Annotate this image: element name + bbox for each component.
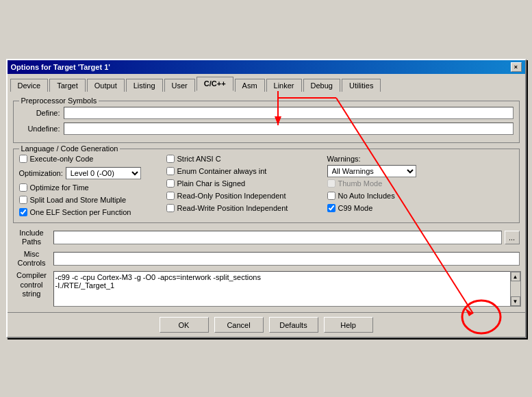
execute-only-label: Execute-only Code [30, 155, 94, 163]
no-auto-includes-label: No Auto Includes [338, 192, 395, 200]
help-button[interactable]: Help [324, 317, 373, 333]
one-elf-label: One ELF Section per Function [30, 208, 131, 216]
optimize-time-row: Optimize for Time [19, 183, 163, 192]
read-only-pos-row: Read-Only Position Independent [166, 192, 324, 200]
preprocessor-group-label: Preprocessor Symbols [19, 97, 99, 105]
read-write-pos-row: Read-Write Position Independent [166, 204, 324, 212]
close-button[interactable]: × [511, 62, 522, 72]
include-paths-browse-button[interactable]: ... [505, 231, 520, 244]
dialog: Options for Target 'Target 1' × Device T… [6, 59, 527, 339]
strict-ansi-label: Strict ANSI C [177, 155, 221, 163]
bottom-buttons: OK Cancel Defaults Help [8, 312, 525, 337]
compiler-control-wrapper: Compiler control string -c99 -c -cpu Cor… [13, 271, 520, 307]
enum-container-row: Enum Container always int [166, 167, 324, 175]
tab-cpp[interactable]: C/C++ [197, 77, 233, 91]
thumb-mode-row: Thumb Mode [327, 179, 464, 188]
no-auto-includes-row: No Auto Includes [327, 192, 464, 200]
optimization-label: Optimization: [19, 169, 63, 177]
warnings-label: Warnings: [327, 155, 464, 163]
c99-mode-label: C99 Mode [338, 204, 373, 212]
execute-only-checkbox[interactable] [19, 155, 27, 163]
read-only-pos-label: Read-Only Position Independent [177, 192, 286, 200]
optimize-time-label: Optimize for Time [30, 183, 89, 192]
misc-controls-input[interactable] [53, 252, 520, 266]
tab-utilities[interactable]: Utilities [342, 79, 381, 92]
optimization-row: Optimization: Level 0 (-O0) [19, 167, 163, 179]
no-auto-includes-checkbox[interactable] [327, 192, 335, 200]
compiler-scroll-down[interactable]: ▼ [511, 296, 520, 306]
tab-bar: Device Target Output Listing User C/C++ … [8, 74, 525, 91]
strict-ansi-checkbox[interactable] [166, 155, 175, 163]
c99-mode-checkbox[interactable] [327, 204, 335, 212]
include-paths-row: Include Paths ... [13, 229, 520, 246]
compiler-scroll-up[interactable]: ▲ [511, 272, 520, 281]
title-bar: Options for Target 'Target 1' × [8, 60, 525, 74]
read-write-pos-checkbox[interactable] [166, 204, 175, 212]
misc-controls-row: Misc Controls [13, 250, 520, 268]
tab-debug[interactable]: Debug [303, 79, 340, 92]
tab-linker[interactable]: Linker [266, 79, 302, 92]
strict-ansi-row: Strict ANSI C [166, 155, 324, 163]
optimization-select[interactable]: Level 0 (-O0) [66, 167, 141, 179]
c99-mode-row: C99 Mode [327, 204, 464, 212]
one-elf-checkbox[interactable] [19, 208, 27, 216]
tab-output[interactable]: Output [87, 79, 125, 92]
tab-listing[interactable]: Listing [126, 79, 163, 92]
undefine-row: Undefine: [19, 123, 514, 135]
defaults-button[interactable]: Defaults [269, 317, 318, 333]
split-load-checkbox[interactable] [19, 196, 27, 204]
warnings-select-row: All Warnings [327, 165, 464, 177]
tab-target[interactable]: Target [49, 79, 86, 92]
misc-controls-label: Misc Controls [13, 250, 51, 268]
enum-container-checkbox[interactable] [166, 167, 175, 175]
dialog-title: Options for Target 'Target 1' [11, 63, 110, 71]
tab-device[interactable]: Device [10, 79, 49, 92]
include-paths-label: Include Paths [13, 229, 51, 246]
language-group-label: Language / Code Generation [19, 144, 121, 153]
enum-container-label: Enum Container always int [177, 167, 267, 175]
plain-char-row: Plain Char is Signed [166, 179, 324, 188]
define-row: Define: [19, 107, 514, 119]
compiler-control-label: Compiler control string [13, 271, 51, 307]
cancel-button[interactable]: Cancel [214, 317, 264, 333]
include-paths-input[interactable] [53, 231, 502, 244]
ok-button[interactable]: OK [160, 317, 209, 333]
title-bar-buttons: × [511, 62, 522, 72]
plain-char-checkbox[interactable] [166, 179, 175, 188]
read-write-pos-label: Read-Write Position Independent [177, 204, 288, 212]
tab-user[interactable]: User [164, 79, 195, 92]
tab-asm[interactable]: Asm [235, 79, 265, 92]
preprocessor-group: Preprocessor Symbols Define: Undefine: [13, 101, 520, 143]
undefine-label: Undefine: [19, 125, 64, 133]
read-only-pos-checkbox[interactable] [166, 192, 175, 200]
define-label: Define: [19, 109, 64, 117]
execute-only-row: Execute-only Code [19, 155, 163, 163]
plain-char-label: Plain Char is Signed [177, 179, 246, 188]
optimize-time-checkbox[interactable] [19, 183, 27, 192]
define-input[interactable] [64, 107, 514, 119]
undefine-input[interactable] [64, 123, 514, 135]
split-load-label: Split Load and Store Multiple [30, 196, 127, 204]
thumb-mode-label: Thumb Mode [338, 179, 383, 188]
one-elf-row: One ELF Section per Function [19, 208, 163, 216]
language-group: Language / Code Generation Execute-only … [13, 149, 520, 223]
content-area: Preprocessor Symbols Define: Undefine: L… [8, 91, 525, 313]
split-load-row: Split Load and Store Multiple [19, 196, 163, 204]
compiler-control-text: -c99 -c -cpu Cortex-M3 -g -O0 -apcs=inte… [53, 271, 520, 307]
warnings-select[interactable]: All Warnings [327, 165, 416, 177]
compiler-line2: -I./RTE/_Target_1 [55, 281, 518, 290]
compiler-line1: -c99 -c -cpu Cortex-M3 -g -O0 -apcs=inte… [55, 273, 518, 281]
thumb-mode-checkbox[interactable] [327, 179, 335, 188]
